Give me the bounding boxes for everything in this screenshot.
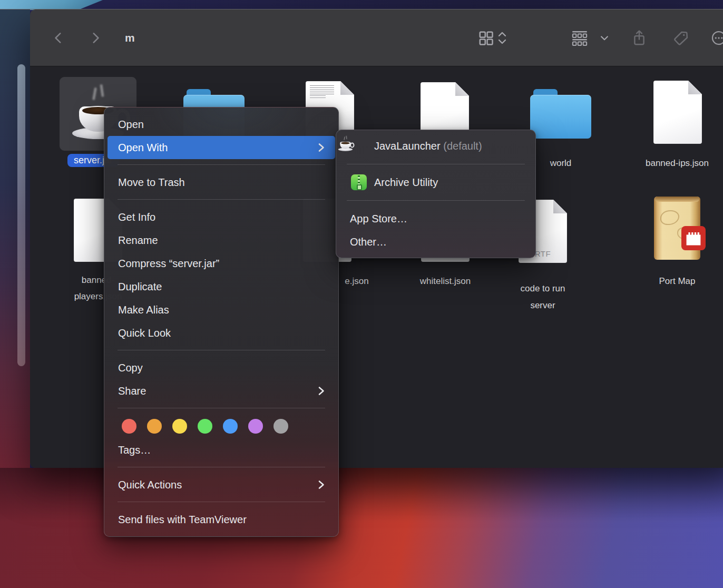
menu-separator — [118, 408, 325, 408]
tag-dot-red[interactable] — [122, 419, 136, 434]
menu-item-label: Open With — [118, 142, 168, 154]
wallpaper-left-strip — [0, 9, 30, 468]
menu-item-label: Copy — [118, 362, 143, 374]
window-title: m — [125, 30, 135, 46]
tag-dot-gray[interactable] — [273, 419, 288, 434]
tag-dot-blue[interactable] — [223, 419, 238, 434]
menu-separator — [118, 467, 325, 467]
menu-item-share[interactable]: Share — [104, 379, 338, 403]
view-toggle-arrows[interactable] — [496, 29, 509, 47]
document-fold-corner — [688, 81, 702, 94]
tag-icon — [673, 30, 689, 46]
submenu-chevron-icon — [318, 386, 325, 396]
background-scrollbar[interactable] — [17, 64, 25, 366]
context-menu: OpenOpen WithMove to TrashGet InfoRename… — [104, 107, 339, 537]
file-label: whitelist.json — [393, 274, 498, 288]
grid-view-icon — [478, 30, 494, 46]
menu-item-label: Quick Look — [118, 327, 171, 339]
document-fold-corner — [553, 200, 567, 213]
share-icon — [631, 30, 647, 46]
up-down-chevrons-icon — [497, 31, 507, 45]
tag-dot-green[interactable] — [198, 419, 212, 434]
steam — [344, 136, 345, 140]
chevron-left-icon — [52, 31, 65, 45]
ellipsis-circle-icon — [711, 30, 723, 46]
menu-separator — [118, 199, 325, 200]
menu-item-move-to-trash[interactable]: Move to Trash — [104, 171, 338, 194]
menu-item-get-info[interactable]: Get Info — [104, 205, 338, 229]
submenu-item-javalauncher[interactable]: JavaLauncher (default) — [336, 134, 535, 158]
menu-item-send-files-with-teamviewer[interactable]: Send files with TeamViewer — [104, 508, 338, 531]
file-label: server — [490, 298, 595, 312]
file-label: world — [530, 156, 591, 170]
submenu-item-app-store[interactable]: App Store… — [336, 207, 535, 230]
folder-body — [530, 95, 591, 139]
group-by-icon — [571, 30, 589, 46]
steam — [100, 84, 104, 97]
tag-dot-yellow[interactable] — [172, 419, 187, 434]
submenu-item-suffix: (default) — [443, 140, 482, 152]
chevron-down-icon — [599, 33, 610, 43]
tag-dot-orange[interactable] — [147, 419, 162, 434]
menu-item-tags[interactable]: Tags… — [104, 438, 338, 462]
tag-button[interactable] — [672, 29, 690, 47]
document-text-preview — [310, 95, 326, 99]
submenu-item-label: Archive Utility — [374, 177, 438, 189]
tag-color-row — [104, 414, 338, 438]
share-button[interactable] — [630, 29, 648, 47]
menu-item-copy[interactable]: Copy — [104, 356, 338, 379]
folder-icon[interactable] — [530, 89, 591, 139]
menu-item-duplicate[interactable]: Duplicate — [104, 275, 338, 298]
menu-item-open[interactable]: Open — [104, 113, 338, 136]
chevron-right-icon — [89, 31, 102, 45]
menu-item-quick-actions[interactable]: Quick Actions — [104, 473, 338, 496]
menu-separator — [118, 350, 325, 350]
chevron-right-icon — [318, 386, 325, 396]
archive-utility-glyph — [351, 174, 367, 190]
chevron-right-icon — [318, 480, 325, 489]
ethernet-port-badge — [681, 226, 706, 252]
forward-button[interactable] — [86, 29, 104, 47]
menu-item-open-with[interactable]: Open With — [108, 136, 335, 159]
menu-item-make-alias[interactable]: Make Alias — [104, 298, 338, 321]
file-label: banned-ips.json — [612, 156, 723, 170]
document-fold-corner — [455, 82, 469, 96]
desktop: m — [0, 0, 723, 588]
menu-item-label: Open — [118, 119, 144, 131]
icon-view-button[interactable] — [477, 29, 495, 47]
document-text-preview — [310, 85, 334, 95]
menu-item-rename[interactable]: Rename — [104, 229, 338, 252]
submenu-item-label: App Store… — [350, 213, 407, 225]
menu-item-label: Send files with TeamViewer — [118, 514, 247, 526]
menu-item-label: Compress “server.jar” — [118, 258, 219, 270]
menu-item-quick-look[interactable]: Quick Look — [104, 321, 338, 345]
menu-separator — [347, 200, 525, 201]
submenu-chevron-icon — [318, 480, 325, 489]
document-icon[interactable] — [653, 81, 702, 144]
file-label: code to run — [490, 281, 595, 296]
menu-item-label: Rename — [118, 234, 158, 247]
document-fold-corner — [340, 81, 354, 95]
finder-toolbar: m — [30, 9, 723, 66]
submenu-item-archive-utility[interactable]: Archive Utility — [336, 171, 535, 194]
group-chevron-button[interactable] — [598, 29, 611, 47]
file-label: Port Map — [635, 274, 719, 288]
menu-item-label: Quick Actions — [118, 479, 182, 491]
steam — [92, 87, 97, 101]
submenu-item-other[interactable]: Other… — [336, 230, 535, 253]
tag-dot-purple[interactable] — [248, 419, 263, 434]
port-map-icon[interactable] — [654, 197, 700, 260]
steam — [346, 135, 347, 139]
menu-item-label: Make Alias — [118, 304, 169, 316]
chevron-right-icon — [318, 143, 325, 152]
more-options-button[interactable] — [710, 29, 723, 47]
back-button[interactable] — [50, 29, 67, 47]
submenu-item-label: JavaLauncher — [374, 140, 441, 152]
menu-item-label: Tags… — [118, 444, 151, 456]
group-by-button[interactable] — [571, 29, 589, 47]
menu-item-compress-server-jar[interactable]: Compress “server.jar” — [104, 252, 338, 275]
submenu-chevron-icon — [318, 143, 325, 152]
menu-item-label: Share — [118, 385, 146, 397]
submenu-item-label: Other… — [350, 236, 387, 248]
coffee-cup-icon — [350, 137, 368, 155]
